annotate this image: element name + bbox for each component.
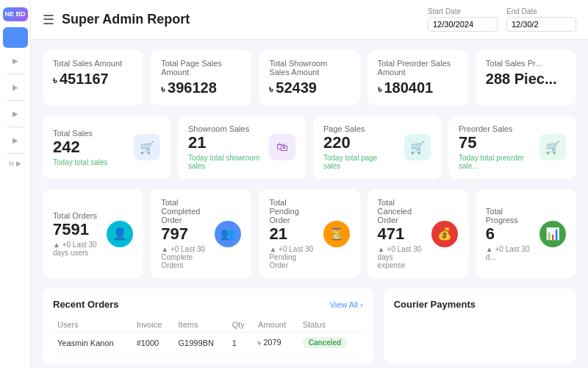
row-user: Yeasmin Kanon xyxy=(53,333,132,353)
topbar-right: Start Date End Date xyxy=(428,7,576,32)
stat-label-3: Total Preorder Sales Amount xyxy=(378,59,458,77)
end-date-input[interactable] xyxy=(506,17,576,32)
start-date-label: Start Date xyxy=(428,7,498,15)
oc-info-3: Total Canceled Order 471 ▲ +0 Last 30 da… xyxy=(378,198,423,269)
view-all-button[interactable]: View All › xyxy=(330,300,363,309)
sidebar-arrow-3[interactable]: ▶ xyxy=(10,107,21,121)
oc-icon-1: 👥 xyxy=(215,221,241,247)
bottom-row: Recent Orders View All › Users Invoice I… xyxy=(43,289,576,364)
stat-value-1: ৳ 396128 xyxy=(161,79,241,96)
ac-sub-1: Today total showroom sales xyxy=(188,154,260,170)
ac-sub-0: Today total sales xyxy=(53,158,125,166)
ac-value-0: 242 xyxy=(53,138,125,157)
stat-value-0: ৳ 451167 xyxy=(53,71,133,88)
topbar-left: ☰ Super Admin Report xyxy=(43,12,190,28)
hamburger-icon[interactable]: ☰ xyxy=(43,12,54,28)
ac-info-3: Preorder Sales 75 Today total preorder s… xyxy=(459,124,531,170)
order-card-2: Total Pending Order 21 ▲ +0 Last 30 Pend… xyxy=(259,189,359,278)
end-date-group: End Date xyxy=(506,7,576,32)
ac-value-3: 75 xyxy=(459,133,531,152)
sidebar-logo: NE BD xyxy=(3,7,28,21)
ac-label-1: Showroom Sales xyxy=(188,124,260,133)
sidebar: NE BD ▶ ▶ ▶ ▶ ts ▶ xyxy=(0,0,31,368)
oc-value-4: 6 xyxy=(486,224,531,244)
dashboard-content: Total Sales Amount ৳ 451167 Total Page S… xyxy=(31,40,588,368)
oc-sub-4: ▲ +0 Last 30 d... xyxy=(486,245,531,261)
courier-payments-section: Courier Payments xyxy=(384,289,576,364)
activity-card-2: Page Sales 220 Today total page sales 🛒 xyxy=(313,116,441,179)
stat-card-pieces: Total Sales Pr... 288 Piec... xyxy=(476,50,576,105)
ac-icon-0: 🛒 xyxy=(134,134,160,160)
activity-card-0: Total Sales 242 Today total sales 🛒 xyxy=(43,116,171,179)
ac-label-0: Total Sales xyxy=(53,129,125,138)
stat-card-showroom-sales: Total Showroom Sales Amount ৳ 52439 xyxy=(259,50,359,105)
table-row: Yeasmin Kanon #1000 G1999BN 1 ৳ 2079 Can… xyxy=(53,333,363,353)
stat-card-page-sales: Total Page Sales Amount ৳ 396128 xyxy=(151,50,251,105)
row-status: Canceled xyxy=(298,333,363,353)
ac-label-3: Preorder Sales xyxy=(459,124,531,133)
oc-label-4: Total Progress xyxy=(486,207,531,224)
stat-value-3: ৳ 180401 xyxy=(378,79,458,96)
ac-label-2: Page Sales xyxy=(323,124,395,133)
recent-orders-header: Recent Orders View All › xyxy=(53,299,363,310)
oc-value-2: 21 xyxy=(269,224,314,244)
stat-value-2: ৳ 52439 xyxy=(269,79,349,96)
stat-label-2: Total Showroom Sales Amount xyxy=(269,59,349,77)
col-amount: Amount xyxy=(254,317,298,333)
recent-orders-section: Recent Orders View All › Users Invoice I… xyxy=(43,289,373,364)
oc-label-2: Total Pending Order xyxy=(269,198,314,224)
page-title: Super Admin Report xyxy=(62,12,190,27)
col-qty: Qty xyxy=(228,317,254,333)
stat-label-4: Total Sales Pr... xyxy=(486,59,566,68)
oc-icon-4: 📊 xyxy=(539,221,566,247)
ac-value-1: 21 xyxy=(188,133,260,152)
ac-sub-2: Today total page sales xyxy=(323,154,395,170)
orders-table: Users Invoice Items Qty Amount Status Ye… xyxy=(53,317,363,353)
order-card-3: Total Canceled Order 471 ▲ +0 Last 30 da… xyxy=(368,189,468,278)
ac-value-2: 220 xyxy=(323,133,395,152)
ac-sub-3: Today total preorder sale... xyxy=(459,154,531,170)
oc-icon-3: 💰 xyxy=(431,221,458,247)
activity-card-1: Showroom Sales 21 Today total showroom s… xyxy=(178,116,306,179)
oc-icon-0: 👤 xyxy=(107,221,133,247)
oc-label-0: Total Orders xyxy=(53,211,98,220)
col-status: Status xyxy=(298,317,363,333)
stat-label-0: Total Sales Amount xyxy=(53,59,133,68)
courier-payments-title: Courier Payments xyxy=(394,299,566,310)
row-invoice: #1000 xyxy=(132,333,174,353)
stat-value-4: 288 Piec... xyxy=(486,71,566,88)
row-qty: 1 xyxy=(228,333,254,353)
sidebar-active-item[interactable] xyxy=(3,27,28,48)
oc-label-3: Total Canceled Order xyxy=(378,198,423,224)
ac-icon-1: 🛍 xyxy=(269,134,295,160)
sidebar-arrow-1[interactable]: ▶ xyxy=(10,54,21,68)
sidebar-divider-2 xyxy=(7,100,24,101)
oc-info-2: Total Pending Order 21 ▲ +0 Last 30 Pend… xyxy=(269,198,314,269)
ac-icon-3: 🛒 xyxy=(539,134,566,160)
oc-info-0: Total Orders 7591 ▲ +0 Last 30 days user… xyxy=(53,211,98,257)
col-invoice: Invoice xyxy=(132,317,174,333)
oc-icon-2: ⏳ xyxy=(323,221,350,247)
topbar: ☰ Super Admin Report Start Date End Date xyxy=(31,0,588,40)
table-header-row: Users Invoice Items Qty Amount Status xyxy=(53,317,363,333)
orders-table-head: Users Invoice Items Qty Amount Status xyxy=(53,317,363,333)
sidebar-bottom[interactable]: ts ▶ xyxy=(9,160,21,167)
end-date-label: End Date xyxy=(506,7,576,15)
orders-table-body: Yeasmin Kanon #1000 G1999BN 1 ৳ 2079 Can… xyxy=(53,333,363,353)
order-card-0: Total Orders 7591 ▲ +0 Last 30 days user… xyxy=(43,189,143,278)
oc-sub-0: ▲ +0 Last 30 days users xyxy=(53,241,98,257)
oc-value-1: 797 xyxy=(161,224,206,244)
activity-card-3: Preorder Sales 75 Today total preorder s… xyxy=(448,116,576,179)
sidebar-arrow-4[interactable]: ▶ xyxy=(10,133,21,147)
ac-info-1: Showroom Sales 21 Today total showroom s… xyxy=(188,124,260,170)
stat-card-preorder-sales: Total Preorder Sales Amount ৳ 180401 xyxy=(368,50,468,105)
start-date-input[interactable] xyxy=(428,17,498,32)
sidebar-arrow-2[interactable]: ▶ xyxy=(10,80,21,94)
status-badge: Canceled xyxy=(303,337,347,348)
sidebar-divider-3 xyxy=(7,127,24,127)
order-card-1: Total Completed Order 797 ▲ +0 Last 30 C… xyxy=(151,189,251,278)
oc-value-3: 471 xyxy=(378,224,423,244)
main-content: ☰ Super Admin Report Start Date End Date… xyxy=(31,0,588,368)
ac-info-0: Total Sales 242 Today total sales xyxy=(53,129,125,166)
order-card-4: Total Progress 6 ▲ +0 Last 30 d... 📊 xyxy=(476,189,576,278)
